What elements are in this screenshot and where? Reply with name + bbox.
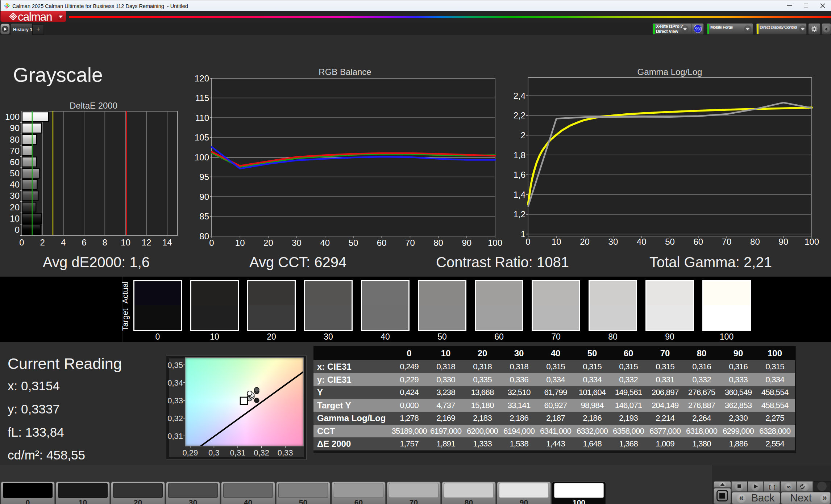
svg-text:90: 90 (10, 123, 20, 133)
svg-text:1,4: 1,4 (514, 190, 525, 200)
svg-text:2: 2 (521, 130, 525, 140)
svg-text:20: 20 (263, 238, 273, 248)
svg-text:120: 120 (195, 74, 209, 83)
svg-text:0,31: 0,31 (167, 432, 183, 441)
svg-text:6: 6 (82, 238, 86, 247)
svg-text:40: 40 (637, 237, 647, 247)
svg-text:10: 10 (10, 214, 20, 223)
svg-text:50: 50 (10, 168, 20, 178)
svg-text:30: 30 (292, 238, 302, 248)
svg-text:14: 14 (162, 238, 172, 247)
svg-text:1: 1 (521, 229, 525, 239)
svg-text:60: 60 (693, 237, 703, 247)
svg-text:30: 30 (608, 237, 618, 247)
svg-text:8: 8 (103, 238, 107, 247)
svg-text:0,33: 0,33 (278, 448, 293, 457)
svg-text:85: 85 (199, 211, 209, 221)
svg-text:10: 10 (121, 238, 130, 247)
svg-text:0,3: 0,3 (208, 448, 220, 457)
svg-text:60: 60 (377, 238, 387, 248)
svg-text:0,35: 0,35 (167, 361, 183, 370)
svg-text:Gamma Log/Log: Gamma Log/Log (637, 67, 702, 77)
svg-text:0,32: 0,32 (254, 448, 269, 457)
svg-text:100: 100 (488, 238, 502, 248)
svg-text:80: 80 (750, 237, 760, 247)
svg-text:2,4: 2,4 (514, 91, 525, 101)
svg-text:40: 40 (320, 238, 330, 248)
svg-text:0,29: 0,29 (182, 448, 198, 457)
svg-text:12: 12 (142, 238, 151, 247)
svg-text:0: 0 (19, 238, 24, 247)
svg-text:90: 90 (462, 238, 471, 248)
svg-text:90: 90 (778, 237, 788, 247)
svg-text:20: 20 (10, 202, 20, 212)
svg-text:110: 110 (195, 113, 209, 123)
svg-text:70: 70 (405, 238, 415, 248)
svg-text:105: 105 (195, 133, 209, 142)
svg-text:1,6: 1,6 (514, 170, 525, 180)
svg-text:80: 80 (199, 231, 209, 241)
svg-text:115: 115 (195, 93, 209, 103)
svg-text:RGB Balance: RGB Balance (319, 67, 371, 77)
svg-text:4: 4 (61, 238, 66, 247)
svg-text:0: 0 (525, 237, 530, 247)
svg-text:2: 2 (40, 238, 45, 247)
svg-text:10: 10 (235, 238, 245, 248)
svg-text:DeltaE 2000: DeltaE 2000 (70, 101, 117, 110)
svg-text:0,32: 0,32 (167, 414, 183, 423)
svg-text:90: 90 (199, 192, 209, 202)
svg-text:60: 60 (10, 157, 20, 167)
svg-text:30: 30 (10, 191, 20, 201)
svg-text:1,8: 1,8 (514, 150, 525, 160)
svg-text:40: 40 (10, 180, 20, 189)
svg-text:1,2: 1,2 (514, 209, 525, 219)
svg-text:0,31: 0,31 (230, 448, 246, 457)
svg-text:50: 50 (665, 237, 675, 247)
svg-text:100: 100 (805, 237, 819, 247)
svg-text:80: 80 (433, 238, 443, 248)
svg-text:80: 80 (10, 135, 20, 144)
svg-text:0: 0 (209, 238, 214, 248)
svg-text:20: 20 (580, 237, 590, 247)
svg-text:70: 70 (722, 237, 732, 247)
svg-text:100: 100 (5, 112, 20, 122)
svg-text:0,33: 0,33 (167, 396, 183, 405)
svg-text:10: 10 (552, 237, 561, 247)
svg-text:50: 50 (349, 238, 358, 248)
svg-text:0,34: 0,34 (167, 378, 183, 387)
svg-text:95: 95 (199, 172, 209, 182)
svg-text:2,2: 2,2 (514, 110, 525, 120)
svg-text:70: 70 (10, 146, 20, 156)
svg-text:100: 100 (195, 152, 209, 162)
svg-text:0: 0 (15, 225, 20, 235)
